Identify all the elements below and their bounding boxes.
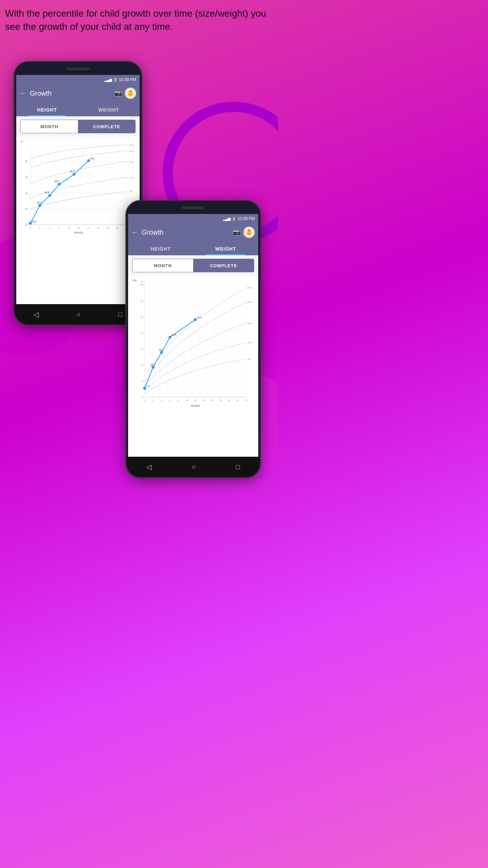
svg-text:24: 24 — [25, 207, 28, 211]
chart-area-1: in — [16, 137, 140, 304]
svg-text:9: 9 — [142, 380, 143, 383]
phone-screen-1: ▂▄▆ 🔋 10:39 PM ← Growth 📷 👶 HEIG — [16, 75, 140, 304]
back-button-2[interactable]: ← — [131, 229, 138, 236]
svg-text:10: 10 — [185, 399, 188, 402]
svg-text:32: 32 — [25, 176, 28, 179]
back-button-1[interactable]: ← — [20, 90, 26, 97]
svg-text:15%: 15% — [247, 341, 252, 344]
svg-text:29: 29 — [140, 299, 143, 302]
toggle-complete-2[interactable]: COMPLETE — [193, 259, 254, 272]
home-nav-1[interactable]: ○ — [76, 311, 80, 318]
app-title-2: Growth — [142, 229, 229, 236]
phone-screen-2: ▂▄▆ 🔋 10:39 PM ← Growth 📷 👶 HEIG — [128, 214, 258, 457]
svg-text:33.1: 33.1 — [90, 157, 95, 160]
svg-text:4: 4 — [161, 399, 162, 402]
svg-text:7.2: 7.2 — [146, 385, 150, 388]
svg-text:24: 24 — [245, 399, 247, 402]
home-nav-2[interactable]: ○ — [191, 463, 196, 471]
svg-text:50%: 50% — [129, 160, 134, 163]
phone-2: ▂▄▆ 🔋 10:39 PM ← Growth 📷 👶 HEIG — [125, 200, 261, 478]
status-bar-1: ▂▄▆ 🔋 10:39 PM — [16, 75, 140, 84]
svg-point-95 — [160, 351, 163, 354]
header-icons-1: 📷 👶 — [115, 87, 136, 99]
svg-text:20: 20 — [228, 399, 230, 402]
svg-text:25: 25 — [140, 315, 143, 318]
svg-text:16: 16 — [106, 226, 109, 230]
toggle-container-2: MONTH COMPLETE — [128, 255, 258, 276]
svg-text:Months: Months — [191, 404, 200, 408]
app-header-2: ← Growth 📷 👶 — [128, 223, 258, 241]
avatar-2[interactable]: 👶 — [243, 226, 255, 238]
status-time-1: 10:39 PM — [119, 77, 136, 82]
tabs-bar-1: HEIGHT WEIGHT — [16, 102, 140, 116]
chart-area-2: lbs — [128, 276, 258, 457]
phone-speaker-1 — [66, 67, 90, 70]
svg-text:2: 2 — [39, 226, 41, 230]
tab-weight-1[interactable]: WEIGHT — [78, 103, 140, 116]
tab-height-1[interactable]: HEIGHT — [16, 103, 78, 116]
svg-text:14: 14 — [202, 399, 205, 402]
recent-nav-2[interactable]: □ — [236, 463, 240, 471]
tab-height-2[interactable]: HEIGHT — [128, 242, 193, 255]
svg-text:13: 13 — [140, 364, 143, 367]
svg-text:3%: 3% — [247, 358, 251, 361]
page-description: With the percentile for child growth ove… — [5, 7, 273, 33]
signal-icon-1: ▂▄▆ — [104, 78, 112, 82]
svg-text:97%: 97% — [247, 286, 252, 289]
back-nav-2[interactable]: ◁ — [146, 463, 151, 471]
svg-text:16: 16 — [211, 399, 214, 402]
svg-text:10: 10 — [77, 226, 80, 230]
header-icons-2: 📷 👶 — [233, 226, 255, 238]
svg-point-35 — [58, 183, 61, 185]
svg-text:30.3: 30.3 — [70, 170, 75, 173]
svg-text:lbs: lbs — [133, 279, 137, 282]
phone-nav-bar-2: ◁ ○ □ — [126, 457, 260, 477]
svg-text:24.3: 24.3 — [197, 316, 201, 319]
svg-point-93 — [151, 366, 154, 369]
svg-text:36: 36 — [25, 160, 28, 163]
svg-text:in: in — [21, 140, 23, 143]
svg-text:Months: Months — [74, 231, 83, 234]
phone-nav-bar-1: ◁ ○ □ — [15, 304, 141, 324]
toggle-month-1[interactable]: MONTH — [21, 120, 78, 133]
tabs-bar-2: HEIGHT WEIGHT — [128, 241, 258, 255]
svg-text:0: 0 — [29, 226, 31, 230]
status-icons-2: ▂▄▆ 🔋 — [223, 217, 236, 221]
svg-text:3%: 3% — [129, 190, 133, 193]
status-icons-1: ▂▄▆ 🔋 — [104, 78, 117, 82]
svg-text:4: 4 — [49, 226, 50, 230]
svg-text:0: 0 — [144, 399, 145, 402]
toggle-month-2[interactable]: MONTH — [133, 259, 193, 272]
battery-icon-1: 🔋 — [113, 78, 117, 82]
svg-point-29 — [29, 222, 32, 225]
svg-text:21: 21 — [140, 331, 143, 334]
svg-point-97 — [168, 336, 171, 338]
svg-point-33 — [48, 194, 51, 197]
svg-text:14: 14 — [97, 226, 99, 230]
svg-text:50%: 50% — [247, 322, 252, 325]
svg-text:26.0: 26.0 — [44, 191, 49, 194]
svg-text:12.5: 12.5 — [150, 363, 155, 366]
back-nav-1[interactable]: ◁ — [34, 310, 39, 318]
svg-text:85%: 85% — [247, 301, 252, 304]
avatar-1[interactable]: 👶 — [125, 87, 136, 99]
svg-text:33: 33 — [140, 283, 143, 286]
camera-button-2[interactable]: 📷 — [233, 229, 241, 236]
svg-text:97%: 97% — [129, 144, 134, 147]
toggle-container-1: MONTH COMPLETE — [16, 116, 140, 137]
camera-button-1[interactable]: 📷 — [115, 90, 122, 97]
toggle-complete-1[interactable]: COMPLETE — [78, 120, 135, 133]
phone-1: ▂▄▆ 🔋 10:39 PM ← Growth 📷 👶 HEIG — [14, 61, 142, 326]
recent-nav-1[interactable]: □ — [118, 311, 122, 318]
tab-weight-2[interactable]: WEIGHT — [193, 242, 258, 255]
svg-text:12: 12 — [194, 399, 197, 402]
svg-point-91 — [143, 387, 146, 390]
app-title-1: Growth — [30, 90, 110, 97]
toggle-group-2: MONTH COMPLETE — [132, 259, 254, 272]
svg-point-99 — [194, 318, 197, 321]
svg-text:24.0: 24.0 — [37, 201, 41, 204]
svg-point-31 — [38, 204, 41, 207]
svg-text:85%: 85% — [129, 150, 134, 153]
svg-text:17: 17 — [140, 348, 143, 351]
svg-text:28.3: 28.3 — [54, 180, 59, 183]
